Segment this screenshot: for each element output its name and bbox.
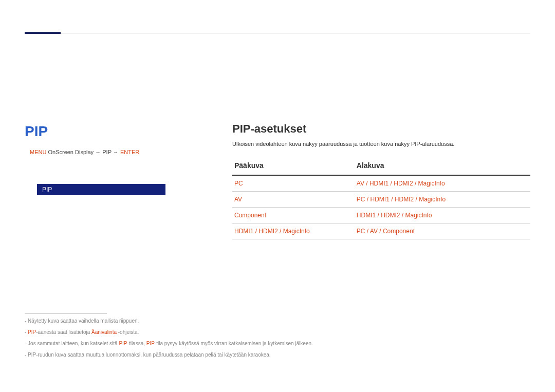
breadcrumb-menu: MENU: [30, 149, 46, 155]
breadcrumb-arrow: →: [113, 149, 120, 155]
right-column: PIP-asetukset Ulkoisen videolähteen kuva…: [232, 122, 530, 239]
cell-a: HDMI1 / HDMI2 / MagicInfo: [357, 212, 432, 219]
table-row: HDMI1 / HDMI2 / MagicInfo PC / AV / Comp…: [232, 223, 530, 239]
footnote-4: - PIP-ruudun kuva saattaa muuttua luonno…: [25, 351, 530, 359]
cell-a: AV / HDMI1 / HDMI2 / MagicInfo: [357, 180, 445, 187]
footnote-1: - Näytetty kuva saattaa vaihdella mallis…: [25, 317, 530, 325]
cell-p: HDMI1 / HDMI2 / MagicInfo: [234, 228, 310, 235]
breadcrumb-item-display: OnScreen Display: [48, 149, 94, 155]
table-row: PC AV / HDMI1 / HDMI2 / MagicInfo: [232, 175, 530, 192]
table-row: AV PC / HDMI1 / HDMI2 / MagicInfo: [232, 192, 530, 208]
breadcrumb-item-enter: ENTER: [120, 149, 139, 155]
header-rule: [25, 33, 530, 33]
cell-a: PC / HDMI1 / HDMI2 / MagicInfo: [357, 196, 446, 203]
table-row: Component HDMI1 / HDMI2 / MagicInfo: [232, 208, 530, 223]
breadcrumb-arrow: →: [95, 149, 102, 155]
header-rule-accent: [25, 32, 61, 34]
cell-p: PC: [234, 180, 243, 187]
section-description: Ulkoisen videolähteen kuva näkyy pääruud…: [232, 141, 530, 147]
breadcrumb: MENU OnScreen Display → PIP → ENTER: [30, 149, 139, 155]
footnote-3: - Jos sammutat laitteen, kun katselet si…: [25, 340, 530, 348]
breadcrumb-item-pip: PIP: [102, 149, 112, 155]
cell-p: AV: [234, 196, 242, 203]
page-heading-left: PIP: [25, 123, 48, 140]
table-header-sub: Alakuva: [355, 157, 530, 175]
cell-p: Component: [234, 212, 266, 219]
cell-a: PC / AV / Component: [357, 228, 415, 235]
footnote-rule: [25, 313, 107, 314]
table-header-main: Pääkuva: [232, 157, 355, 175]
footnote-2: - PIP-äänestä saat lisätietoja Äänivalin…: [25, 328, 530, 337]
footnotes: - Näytetty kuva saattaa vaihdella mallis…: [25, 313, 530, 362]
section-heading: PIP-asetukset: [232, 122, 530, 136]
pip-table: Pääkuva Alakuva PC AV / HDMI1 / HDMI2 / …: [232, 157, 530, 239]
menu-selected-pip[interactable]: PIP: [37, 184, 165, 195]
